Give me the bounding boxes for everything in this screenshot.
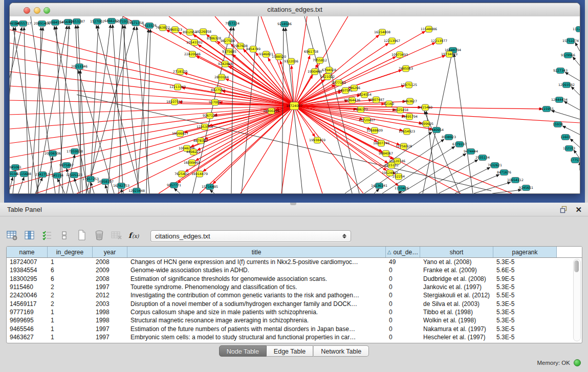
table-cell[interactable]: Dudbridge et al. (2008) bbox=[420, 275, 493, 282]
graph-node[interactable]: 1112345 bbox=[573, 27, 580, 32]
float-panel-icon[interactable] bbox=[560, 206, 568, 213]
graph-node[interactable]: 12213967 bbox=[384, 38, 400, 44]
table-cell[interactable]: Tourette syndrome. Phenomenology and cla… bbox=[127, 283, 386, 291]
graph-node[interactable]: 9699695 bbox=[419, 121, 433, 127]
table-cell[interactable]: de Silva et al. (2003) bbox=[420, 300, 493, 308]
graph-node[interactable]: 9115460 bbox=[418, 104, 432, 111]
graph-node[interactable]: 8115955 bbox=[539, 106, 554, 112]
graph-node[interactable]: 12923448 bbox=[128, 188, 145, 194]
graph-node[interactable]: 6961758 bbox=[304, 49, 318, 55]
graph-node[interactable]: 8454749 bbox=[246, 46, 260, 52]
graph-node[interactable]: 62160 bbox=[384, 101, 394, 107]
table-cell[interactable]: Embryonic stem cells: a model to study s… bbox=[127, 334, 386, 341]
graph-node[interactable]: 8186328 bbox=[207, 35, 221, 41]
graph-node[interactable]: 15720407 bbox=[359, 117, 375, 123]
graph-node[interactable]: 12213343 bbox=[169, 84, 186, 90]
graph-node[interactable]: 4498222 bbox=[186, 149, 201, 155]
table-cell[interactable]: 22420046 bbox=[7, 292, 48, 299]
graph-node[interactable]: 19654923 bbox=[399, 128, 415, 135]
table-cell[interactable]: 0 bbox=[386, 309, 420, 316]
graph-node[interactable]: 10543392 bbox=[186, 39, 203, 46]
table-cell[interactable]: 5.3E-5 bbox=[493, 309, 557, 316]
table-cell[interactable]: 0 bbox=[386, 275, 420, 282]
table-selector-dropdown[interactable]: citations_edges.txt bbox=[150, 230, 351, 242]
new-column-button[interactable] bbox=[76, 230, 88, 242]
graph-node[interactable]: 12093582 bbox=[558, 82, 575, 88]
table-cell[interactable]: Nakamura et al. (1997) bbox=[420, 325, 493, 333]
close-panel-icon[interactable]: ✕ bbox=[575, 206, 582, 213]
table-cell[interactable]: 2003 bbox=[93, 300, 127, 308]
table-cell[interactable]: 1997 bbox=[93, 334, 127, 341]
column-header-year[interactable]: year bbox=[93, 247, 127, 257]
graph-node[interactable]: 1624554 bbox=[357, 92, 372, 98]
graph-node[interactable]: 2342757 bbox=[35, 172, 50, 178]
table-cell[interactable]: 18724007 bbox=[7, 258, 48, 266]
table-cell[interactable]: Jankovic et al. (1997) bbox=[420, 283, 493, 291]
graph-node[interactable]: 18107553 bbox=[166, 99, 183, 105]
graph-node[interactable]: 6379197 bbox=[452, 142, 467, 147]
scrollbar-thumb[interactable] bbox=[574, 260, 579, 272]
table-cell[interactable]: 1998 bbox=[93, 309, 127, 316]
table-cell[interactable]: 2 bbox=[48, 292, 93, 299]
table-cell[interactable]: Estimation of significance thresholds fo… bbox=[127, 275, 386, 282]
table-cell[interactable]: 5.3E-5 bbox=[493, 334, 557, 341]
table-cell[interactable]: Hescheler et al. (1997) bbox=[420, 334, 493, 341]
graph-node[interactable]: 17753 bbox=[570, 158, 580, 163]
table-cell[interactable]: Investigating the contribution of common… bbox=[127, 292, 386, 299]
table-cell[interactable]: 0 bbox=[386, 292, 420, 299]
graph-node[interactable]: 15938 bbox=[553, 122, 563, 127]
table-cell[interactable]: 0 bbox=[386, 283, 420, 291]
table-cell[interactable]: 9465546 bbox=[7, 325, 48, 333]
table-row[interactable]: 1872400712008Changes of HCN gene express… bbox=[7, 258, 574, 266]
table-cell[interactable]: 5.3E-5 bbox=[493, 258, 557, 266]
graph-node[interactable]: 19166827 bbox=[172, 130, 188, 137]
graph-node[interactable]: 17957253 bbox=[82, 177, 99, 182]
table-cell[interactable]: 2 bbox=[48, 300, 93, 308]
graph-node[interactable]: 10807487 bbox=[368, 97, 384, 103]
column-header-out_de[interactable]: △out_de… bbox=[386, 247, 420, 257]
network-graph[interactable]: 1872400718300295946554614055717208914061… bbox=[10, 16, 580, 193]
table-cell[interactable]: 0 bbox=[386, 334, 420, 341]
table-cell[interactable]: 2012 bbox=[93, 292, 127, 299]
column-header-title[interactable]: title bbox=[127, 247, 386, 257]
table-cell[interactable]: 5.3E-5 bbox=[493, 325, 557, 333]
table-cell[interactable]: 0 bbox=[386, 300, 420, 308]
table-cell[interactable]: 5.3E-5 bbox=[493, 283, 557, 291]
graph-node[interactable]: 8938923 bbox=[442, 135, 456, 140]
column-header-pagerank[interactable]: pagerank bbox=[493, 247, 557, 257]
table-cell[interactable]: Stergiakouli et al. (2012) bbox=[420, 292, 493, 299]
graph-node[interactable]: 9827508 bbox=[221, 38, 235, 44]
table-settings-button[interactable] bbox=[6, 230, 18, 242]
graph-node[interactable]: 7955812 bbox=[313, 57, 327, 63]
graph-node[interactable]: 12213977 bbox=[431, 38, 447, 44]
table-cell[interactable]: Yano et al. (2008) bbox=[420, 258, 493, 266]
table-cell[interactable]: 6 bbox=[48, 275, 93, 282]
graph-node[interactable]: 9684067 bbox=[379, 150, 393, 157]
table-row[interactable]: 969969511998Structural magnetic resonanc… bbox=[7, 316, 574, 324]
table-row[interactable]: 2242004622012Investigating the contribut… bbox=[7, 291, 574, 299]
table-row[interactable]: 946554611997Estimation of the future num… bbox=[7, 324, 574, 333]
table-cell[interactable]: 18300295 bbox=[7, 275, 48, 282]
graph-node[interactable]: 12505123 bbox=[66, 172, 82, 178]
graph-node[interactable]: 19495794 bbox=[401, 114, 418, 120]
tab-node-table[interactable]: Node Table bbox=[219, 345, 267, 357]
table-cell[interactable]: Genome-wide association studies in ADHD. bbox=[127, 267, 386, 274]
table-cell[interactable]: 1998 bbox=[93, 317, 127, 324]
select-attributes-button[interactable] bbox=[41, 230, 53, 242]
table-cell[interactable]: 2009 bbox=[93, 267, 127, 274]
function-builder-button[interactable]: f(x) bbox=[128, 230, 140, 242]
graph-node[interactable]: 7632621 bbox=[488, 163, 502, 168]
table-cell[interactable]: 9777169 bbox=[7, 309, 48, 316]
graph-node[interactable]: 16782753 bbox=[113, 183, 129, 189]
table-cell[interactable]: 0 bbox=[386, 267, 420, 274]
graph-node[interactable]: 22420046 bbox=[184, 51, 201, 57]
table-cell[interactable]: Changes of HCN gene expression and I(f) … bbox=[127, 258, 386, 266]
column-header-name[interactable]: name bbox=[7, 247, 48, 257]
table-cell[interactable]: 49 bbox=[386, 258, 420, 266]
window-close-button[interactable] bbox=[24, 7, 30, 14]
column-header-in_degree[interactable]: in_degree bbox=[48, 247, 93, 257]
graph-node[interactable]: 14136141 bbox=[371, 183, 387, 189]
table-cell[interactable]: Disruption of a novel member of a sodium… bbox=[127, 300, 386, 308]
graph-node[interactable]: 9857771 bbox=[167, 183, 181, 188]
table-cell[interactable]: 1 bbox=[48, 258, 93, 266]
